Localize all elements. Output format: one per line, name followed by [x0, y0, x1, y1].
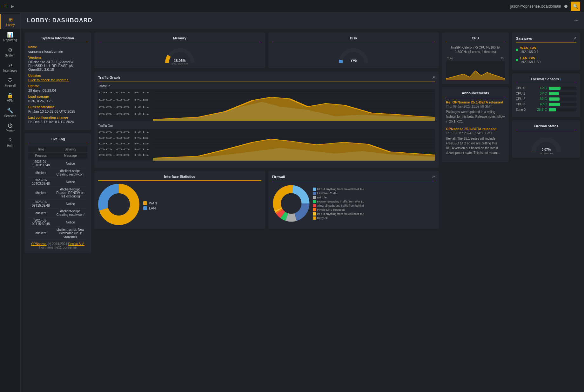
fw-color-0	[313, 188, 316, 191]
sidebar-item-reporting[interactable]: 📊 Reporting	[0, 29, 20, 44]
wan-color-dot	[143, 201, 147, 205]
svg-point-27	[108, 193, 130, 216]
nav-left: ≡ ▶	[4, 3, 14, 10]
fw-label-2: nat rule	[317, 196, 327, 199]
sidebar-label-interfaces: Interfaces	[3, 69, 17, 72]
logo-icon[interactable]: ≡	[4, 3, 7, 10]
log-severity: Notice	[53, 159, 87, 168]
power-icon: ⏻	[8, 123, 13, 129]
sidebar-label-power: Power	[6, 129, 15, 133]
table-row: 2025-01-09T15:39:48Notice	[28, 199, 87, 209]
log-process: dhclient	[28, 187, 53, 199]
footer-copy: (c) 2014-2024	[47, 242, 67, 246]
log-message: dhclient-script: Creating resolv.conf	[53, 168, 87, 177]
announcements-title: Announcements	[446, 91, 505, 97]
thermal-sensor-temp: 37°C	[534, 92, 547, 95]
footer-company[interactable]: Deciso B.V.	[68, 242, 84, 246]
wan-label: WAN	[149, 201, 157, 205]
edit-icon[interactable]: ✏	[574, 18, 578, 23]
svg-text:400.00 Kb: 400.00 Kb	[98, 91, 149, 94]
sidebar-item-vpn[interactable]: 🔒 VPN	[0, 90, 20, 105]
footer-hostname-value: opnsense	[63, 246, 77, 249]
fw-legend-4: Allow all outbound traffic from behind	[313, 204, 364, 207]
announce-item-0: Re: OPNsense 25.1-BETA released Thu, 09 …	[446, 100, 505, 124]
sidebar-label-help: Help	[7, 144, 14, 148]
log-table: Time Severity Process Message 2025-01-10…	[28, 146, 87, 240]
legend-wan: WAN	[143, 201, 157, 205]
main-layout: ⊞ Lobby 📊 Reporting ⚙ System ⇄ Interface…	[0, 13, 584, 392]
sidebar-label-vpn: VPN	[7, 99, 14, 103]
traffic-out-svg: 500.00 Kb 400.00 Kb 300.00 Kb 200.00 Kb …	[98, 129, 435, 161]
date-row: Current date/time Fri Jan 10 10:32:05 UT…	[28, 105, 87, 113]
sidebar-item-services[interactable]: 🔧 Services	[0, 105, 20, 120]
log-severity: Notice	[53, 177, 87, 187]
col-message: Message	[53, 153, 87, 159]
fw-label-6: let out anything from firewall host itse	[317, 212, 364, 216]
interface-stats-title: Interface Statistics	[98, 175, 261, 181]
search-button[interactable]: 🔍	[571, 2, 580, 11]
sidebar-item-power[interactable]: ⏻ Power	[0, 120, 20, 135]
sidebar-item-help[interactable]: ? Help	[0, 135, 20, 150]
firewall-ext-icon[interactable]: ↗	[432, 175, 435, 179]
updates-label: Updates	[28, 74, 87, 77]
expand-icon[interactable]: ▶	[11, 4, 14, 9]
footer-brand[interactable]: OPNsense	[31, 242, 46, 246]
thermal-sensor-temp: 26.9°C	[534, 108, 547, 111]
lan-label: LAN	[149, 206, 156, 210]
log-message: dhclient-script: Creating resolv.conf	[53, 209, 87, 218]
thermal-sensor-row: CPU 2 39°C	[516, 97, 576, 101]
memory-gauge-svg: 18.05% 865 / 8063 MB	[164, 45, 196, 64]
traffic-out-title: Traffic Out	[98, 124, 435, 128]
iface-firewall-row: Interface Statistics	[94, 171, 439, 229]
updates-row: Updates Click to check for updates.	[28, 74, 87, 82]
user-email: jason@opnsense.localdomain	[510, 4, 561, 9]
versions-row: Versions OPNsense 24.7.11_2-amd64 FreeBS…	[28, 56, 87, 71]
sidebar-item-lobby[interactable]: ⊞ Lobby	[0, 14, 20, 29]
sidebar-item-interfaces[interactable]: ⇄ Interfaces	[0, 60, 20, 75]
table-row: 2025-01-10T03:39:48Notice	[28, 159, 87, 168]
svg-text:300.00 Kb: 300.00 Kb	[98, 99, 149, 101]
col-left: System Information Name opnsense.localdo…	[24, 32, 91, 253]
firewall-states-card: Firewall States 0.07% 577 / 800000	[512, 120, 580, 158]
sidebar-item-system[interactable]: ⚙ System	[0, 44, 20, 60]
last-config-value: Fri Dec 6 17:16:18 UTC 2024	[28, 120, 87, 124]
sidebar-label-firewall: Firewall	[5, 84, 16, 87]
date-value: Fri Jan 10 10:32:05 UTC 2025	[28, 110, 87, 113]
svg-text:300.00 Kb: 300.00 Kb	[98, 143, 149, 145]
updates-link[interactable]: Click to check for updates.	[28, 78, 87, 82]
disk-gauge-svg: 7%	[338, 45, 369, 64]
thermal-sensor-label: Zone 0	[516, 108, 532, 111]
disk-title: Disk	[272, 36, 435, 42]
interface-legend: WAN LAN	[143, 201, 157, 210]
sidebar-item-firewall[interactable]: 🛡 Firewall	[0, 75, 20, 90]
fw-label-1: LAN Web Traffic	[317, 192, 338, 195]
log-time: 2025-01-09T15:39:48	[28, 218, 53, 227]
legend-lan: LAN	[143, 206, 157, 210]
announce-title-1[interactable]: OPNsense 25.1-BETA released	[446, 127, 505, 131]
traffic-in-title: Traffic In	[98, 84, 435, 88]
thermal-info-icon[interactable]: ℹ	[560, 77, 561, 81]
fw-label-0: let out anything from firewall host itse	[317, 188, 364, 191]
fw-legend-6: let out anything from firewall host itse	[313, 212, 364, 216]
thermal-sensor-label: CPU 3	[516, 103, 532, 106]
traffic-graph-card: Traffic Graph ↗ Traffic In	[94, 71, 439, 168]
sidebar-label-services: Services	[4, 114, 16, 118]
announce-title-0[interactable]: Re: OPNsense 25.1-BETA released	[446, 100, 505, 104]
traffic-in-graph: 400.00 Kb 300.00 Kb 200.00 Kb 100.00 Kb	[98, 89, 435, 121]
svg-marker-24	[153, 139, 435, 161]
load-label: Load average	[28, 95, 87, 98]
fw-color-4	[313, 204, 316, 207]
traffic-ext-icon[interactable]: ↗	[432, 75, 435, 80]
table-row: 2025-01-10T03:39:48Notice	[28, 177, 87, 187]
col-time: Time	[28, 146, 53, 153]
gw-ip-1: 192.168.1.50	[520, 60, 540, 64]
cpu-total-label: Total	[447, 57, 453, 60]
firewall-card: Firewall ↗	[268, 171, 439, 229]
log-message: dhclient-script: Reason RENEW on re1 exe…	[53, 187, 87, 199]
gateways-ext-icon[interactable]: ↗	[573, 36, 576, 41]
top-navbar: ≡ ▶ jason@opnsense.localdomain 🔍	[0, 0, 584, 13]
log-process: dhclient	[28, 168, 53, 177]
nav-right: jason@opnsense.localdomain 🔍	[510, 2, 580, 11]
svg-text:200.00 Kb: 200.00 Kb	[98, 106, 149, 109]
thermal-sensor-row: CPU 1 37°C	[516, 92, 576, 95]
